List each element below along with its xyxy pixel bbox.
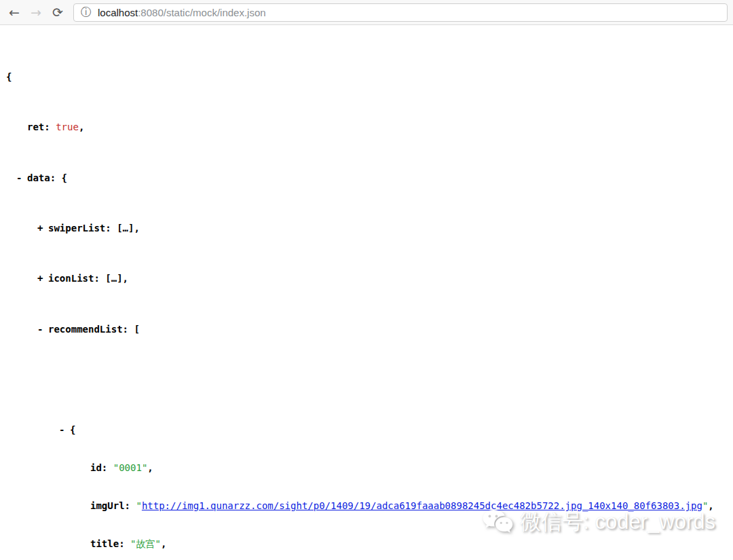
json-line-root-open: { bbox=[0, 71, 733, 83]
json-line-data: -data: { bbox=[0, 172, 733, 185]
imgurl-link[interactable]: http://img1.qunarzz.com/sight/p0/1409/19… bbox=[142, 500, 702, 511]
json-key: iconList bbox=[48, 273, 94, 284]
expand-toggle-icon[interactable]: + bbox=[37, 222, 48, 235]
json-string-value: 0001 bbox=[119, 462, 142, 473]
expand-toggle-icon[interactable]: + bbox=[37, 272, 48, 285]
json-string-value: 故宫 bbox=[136, 538, 155, 549]
url-path: :8080/static/mock/index.json bbox=[138, 7, 265, 18]
collapse-toggle-icon[interactable]: - bbox=[37, 323, 48, 336]
json-line-title: title: "故宫", bbox=[0, 538, 733, 550]
open-brace: { bbox=[6, 71, 12, 82]
url-input[interactable]: ⓘ localhost:8080/static/mock/index.json bbox=[73, 3, 728, 22]
url-host: localhost bbox=[98, 7, 138, 18]
json-line-imgurl: imgUrl: "http://img1.qunarzz.com/sight/p… bbox=[0, 500, 733, 512]
json-key: imgUrl bbox=[90, 500, 125, 511]
collapse-toggle-icon[interactable]: - bbox=[16, 172, 27, 185]
json-line-iconlist: +iconList: […], bbox=[0, 272, 733, 285]
json-key: ret bbox=[27, 122, 44, 132]
json-key: id bbox=[90, 462, 102, 473]
url-text: localhost:8080/static/mock/index.json bbox=[98, 7, 266, 18]
browser-toolbar: ← → ⟳ ⓘ localhost:8080/static/mock/index… bbox=[0, 0, 733, 25]
json-line-swiperlist: +swiperList: […], bbox=[0, 222, 733, 235]
json-line-ret: ret: true, bbox=[0, 121, 733, 134]
json-key: title bbox=[90, 538, 119, 549]
json-line-recommendlist: -recommendList: [ bbox=[0, 323, 733, 336]
json-line-object-open: -{ bbox=[0, 424, 733, 436]
json-line-id: id: "0001", bbox=[0, 462, 733, 474]
json-viewer: { ret: true, -data: { +swiperList: […], … bbox=[0, 25, 733, 560]
forward-icon[interactable]: → bbox=[26, 2, 46, 22]
back-icon[interactable]: ← bbox=[4, 2, 24, 22]
json-key: swiperList bbox=[48, 223, 105, 234]
reload-icon[interactable]: ⟳ bbox=[48, 2, 68, 22]
json-bool-value: true bbox=[56, 122, 79, 132]
collapse-toggle-icon[interactable]: - bbox=[59, 424, 70, 436]
recommend-list: -{ id: "0001", imgUrl: "http://img1.quna… bbox=[0, 373, 733, 560]
collapsed-array[interactable]: […], bbox=[105, 273, 128, 284]
recommend-item: -{ id: "0001", imgUrl: "http://img1.quna… bbox=[0, 398, 733, 560]
collapsed-array[interactable]: […], bbox=[117, 223, 140, 234]
json-key: recommendList bbox=[48, 324, 123, 335]
json-key: data bbox=[27, 172, 50, 183]
page-info-icon[interactable]: ⓘ bbox=[81, 7, 92, 18]
